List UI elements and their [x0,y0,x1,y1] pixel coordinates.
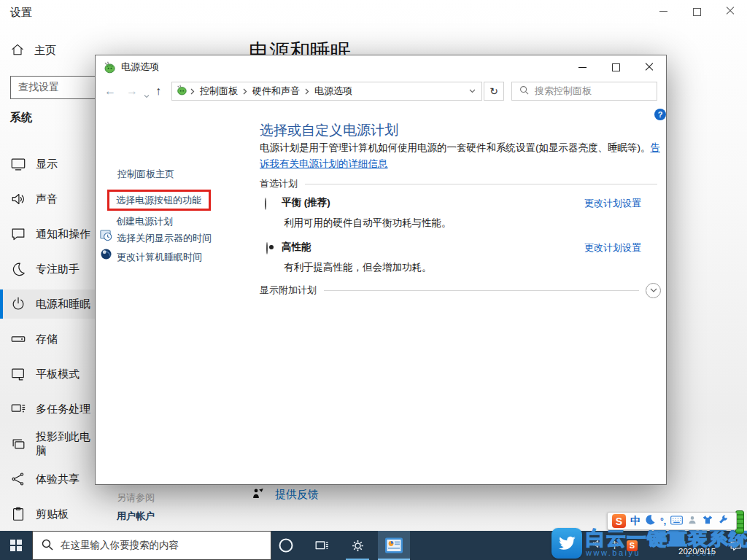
close-icon [645,63,654,71]
sidebar-item-focus-assist[interactable]: 专注助手 [0,254,95,284]
breadcrumb-item-power-options[interactable]: 电源选项 [311,85,355,98]
sidebar-item-label: 显示 [36,158,58,171]
balanced-plan-radio[interactable] [265,198,266,210]
ime-skin-shirt-icon[interactable] [702,515,713,528]
sidebar-item-home[interactable]: 主页 [10,42,56,59]
taskbar-clock[interactable]: 2020/9/15 [678,547,724,556]
choose-power-buttons-link[interactable]: 选择电源按钮的功能 [116,194,201,207]
settings-section-title: 系统 [10,111,32,125]
balanced-plan-name: 平衡 (推荐) [282,196,330,209]
ime-user-icon[interactable] [687,515,697,528]
sidebar-item-shared-experiences[interactable]: 体验共享 [0,464,95,494]
start-button[interactable] [0,531,32,560]
help-icon[interactable]: ? [654,109,666,120]
sidebar-item-notifications[interactable]: 通知和操作 [0,219,95,249]
control-panel-left-pane: 控制面板主页 选择电源按钮的功能 创建电源计划 选择关闭显示器的时间 更改计算机… [96,104,250,484]
display-off-time-link[interactable]: 选择关闭显示器的时间 [117,232,212,245]
create-power-plan-link[interactable]: 创建电源计划 [116,215,173,228]
settings-taskbar-button[interactable] [341,531,374,560]
sidebar-item-label: 声音 [36,192,58,206]
sound-icon [10,191,26,207]
up-button[interactable]: ↑ [155,85,161,97]
search-icon [519,85,529,97]
storage-icon [10,331,26,347]
change-sleep-time-link[interactable]: 更改计算机睡眠时间 [117,251,202,264]
sidebar-item-storage[interactable]: 存储 [0,324,95,354]
feedback-link[interactable]: 提供反馈 [252,487,319,502]
task-view-icon [314,537,330,553]
sidebar-item-multitasking[interactable]: 多任务处理 [0,394,95,424]
settings-app-title: 设置 [10,6,32,20]
settings-caption-buttons [646,0,747,22]
refresh-button[interactable]: ↻ [484,82,504,101]
sidebar-item-projecting[interactable]: 投影到此电脑 [0,429,95,459]
breadcrumb-item-control-panel[interactable]: 控制面板 [197,85,241,98]
chevron-down-icon [650,288,657,293]
breadcrumb-item-hardware-sound[interactable]: 硬件和声音 [249,85,303,98]
sidebar-item-label: 平板模式 [36,368,80,381]
user-accounts-link[interactable]: 用户帐户 [117,510,155,523]
display-off-time-icon [100,229,112,244]
ime-punctuation-toggle[interactable]: °, [660,516,666,526]
cortana-icon [278,537,294,553]
breadcrumb-chevron-icon [243,88,247,95]
feedback-label: 提供反馈 [275,488,319,502]
high-performance-plan-radio[interactable] [266,242,268,254]
task-view-button[interactable] [306,531,338,560]
sidebar-item-sound[interactable]: 声音 [0,184,95,214]
sogou-logo-icon[interactable]: S [612,514,626,528]
additional-plans-group: 显示附加计划 [260,284,639,297]
sidebar-item-label: 电源和睡眠 [36,298,90,311]
sidebar-item-tablet-mode[interactable]: 平板模式 [0,359,95,389]
settings-minimize-button[interactable] [646,0,680,22]
sidebar-item-label: 存储 [36,332,58,346]
expand-additional-plans-button[interactable] [646,283,661,298]
home-label: 主页 [34,44,56,58]
sidebar-item-label: 专注助手 [36,262,80,276]
back-button[interactable]: ← [104,85,116,97]
close-icon [726,7,735,15]
ime-fullmoon-icon[interactable] [645,514,656,528]
display-icon [10,156,26,172]
change-plan-settings-link[interactable]: 更改计划设置 [584,241,641,254]
settings-search-input[interactable]: 查找设置 [10,76,102,99]
control-panel-taskbar-button[interactable] [378,531,410,560]
ime-keyboard-icon[interactable] [670,515,683,528]
taskbar-search-input[interactable]: 在这里输入你要搜索的内容 [32,531,271,560]
ime-language-bar: S 中 °, [607,512,737,530]
change-plan-settings-link[interactable]: 更改计划设置 [584,197,641,210]
settings-close-button[interactable] [713,0,747,22]
desktop: 设置 主页 查找设置 系统 显示 声音 通知和操作 专注助手 电源和睡眠 存储 … [0,0,747,560]
address-bar[interactable]: 控制面板 硬件和声音 电源选项 [171,82,482,101]
cortana-button[interactable] [270,531,302,560]
power-options-plug-icon [103,61,115,74]
power-options-window: 电源选项 ← → ↑ 控制面板 硬件和声音 电源选项 [95,55,667,485]
sidebar-item-clipboard[interactable]: 剪贴板 [0,499,95,529]
maximize-icon [612,63,620,71]
show-additional-plans-label: 显示附加计划 [260,284,317,297]
restore-icon [693,8,701,16]
settings-restore-button[interactable] [680,0,713,22]
ime-mode-chinese[interactable]: 中 [630,515,640,528]
sidebar-item-label: 剪贴板 [36,508,69,521]
settings-search-placeholder: 查找设置 [18,81,59,94]
intro-text: 电源计划是用于管理计算机如何使用电源的一套硬件和系统设置(如显示器亮度、睡眠等)… [260,142,651,153]
intro-paragraph: 电源计划是用于管理计算机如何使用电源的一套硬件和系统设置(如显示器亮度、睡眠等)… [260,140,662,173]
control-panel-home-link[interactable]: 控制面板主页 [117,168,174,181]
high-performance-plan-name: 高性能 [282,241,311,254]
window-close-button[interactable] [632,55,666,79]
window-maximize-button[interactable] [599,55,632,79]
forward-button[interactable]: → [126,85,138,97]
sidebar-item-display[interactable]: 显示 [0,149,95,179]
sidebar-item-power-sleep[interactable]: 电源和睡眠 [0,289,95,319]
taskbar-search-placeholder: 在这里输入你要搜索的内容 [61,539,179,552]
address-power-icon [176,85,187,98]
recent-pages-chevron-icon[interactable] [144,88,150,101]
ime-wrench-icon[interactable] [718,515,728,528]
control-panel-search-input[interactable]: 搜索控制面板 [511,82,657,101]
page-heading: 选择或自定义电源计划 [260,121,398,140]
window-minimize-button[interactable] [565,55,599,79]
preferred-plans-group: 首选计划 [260,177,657,190]
address-dropdown-chevron-icon[interactable] [469,89,476,93]
notifications-icon [10,226,26,242]
